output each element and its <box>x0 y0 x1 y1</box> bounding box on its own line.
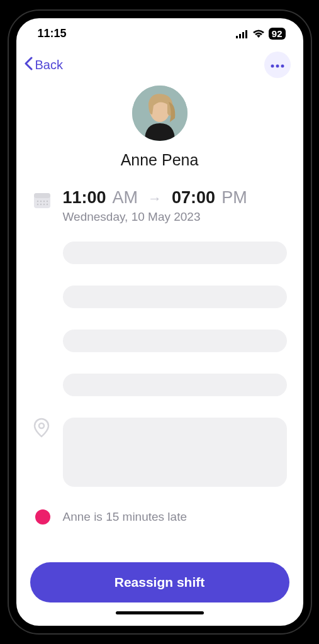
status-indicator-dot <box>35 509 50 525</box>
back-button[interactable]: Back <box>24 57 63 74</box>
shift-date: Wednesday, 10 May 2023 <box>63 210 287 224</box>
svg-point-12 <box>40 201 41 202</box>
svg-rect-1 <box>239 34 241 38</box>
svg-point-19 <box>39 423 44 428</box>
skeleton-section <box>63 242 287 396</box>
battery-icon: 92 <box>269 28 286 40</box>
svg-rect-3 <box>245 30 247 38</box>
location-pin-icon <box>33 418 52 436</box>
profile-section: Anne Pena <box>16 83 303 177</box>
home-indicator[interactable] <box>116 611 204 614</box>
start-period: AM <box>113 188 138 208</box>
start-time: 11:00 <box>63 188 106 208</box>
svg-point-13 <box>43 201 44 202</box>
shift-time-details: 11:00 AM → 07:00 PM Wednesday, 10 May 20… <box>63 188 287 224</box>
shift-time-row: 11:00 AM → 07:00 PM Wednesday, 10 May 20… <box>33 188 287 224</box>
skeleton-row <box>63 286 287 308</box>
location-row <box>33 418 287 487</box>
svg-point-16 <box>40 204 41 205</box>
svg-point-15 <box>36 204 38 205</box>
location-skeleton <box>63 418 287 487</box>
content-area: 11:00 AM → 07:00 PM Wednesday, 10 May 20… <box>16 177 303 525</box>
svg-rect-0 <box>236 36 238 38</box>
status-text: Anne is 15 minutes late <box>63 510 187 524</box>
skeleton-row <box>63 330 287 352</box>
end-time: 07:00 <box>172 188 215 208</box>
battery-level: 92 <box>272 28 283 39</box>
arrow-right-icon: → <box>144 191 165 207</box>
svg-point-5 <box>276 65 279 68</box>
profile-name: Anne Pena <box>121 151 199 169</box>
shift-time-line: 11:00 AM → 07:00 PM <box>63 188 287 208</box>
wifi-icon <box>252 30 265 38</box>
chevron-left-icon <box>24 57 34 74</box>
svg-point-18 <box>46 204 47 205</box>
late-status-row: Anne is 15 minutes late <box>33 509 287 525</box>
svg-point-4 <box>271 65 274 68</box>
cellular-signal-icon <box>236 30 249 38</box>
end-period: PM <box>221 188 247 208</box>
more-options-button[interactable] <box>264 52 291 78</box>
reassign-shift-button[interactable]: Reassign shift <box>30 562 289 602</box>
skeleton-row <box>63 242 287 264</box>
status-right: 92 <box>236 28 286 40</box>
svg-point-17 <box>43 204 44 205</box>
status-bar: 11:15 92 <box>16 18 303 45</box>
svg-rect-10 <box>34 193 50 198</box>
svg-point-11 <box>36 201 38 202</box>
back-label: Back <box>35 58 63 72</box>
skeleton-row <box>63 374 287 396</box>
svg-point-14 <box>46 201 47 202</box>
avatar[interactable] <box>132 86 187 141</box>
svg-point-6 <box>281 65 284 68</box>
nav-bar: Back <box>16 45 303 83</box>
status-time: 11:15 <box>38 27 67 40</box>
svg-rect-2 <box>242 32 244 38</box>
ellipsis-icon <box>271 59 284 70</box>
bottom-area: Reassign shift <box>16 562 303 626</box>
calendar-icon <box>33 191 52 209</box>
phone-frame: 11:15 92 Back <box>9 11 311 633</box>
